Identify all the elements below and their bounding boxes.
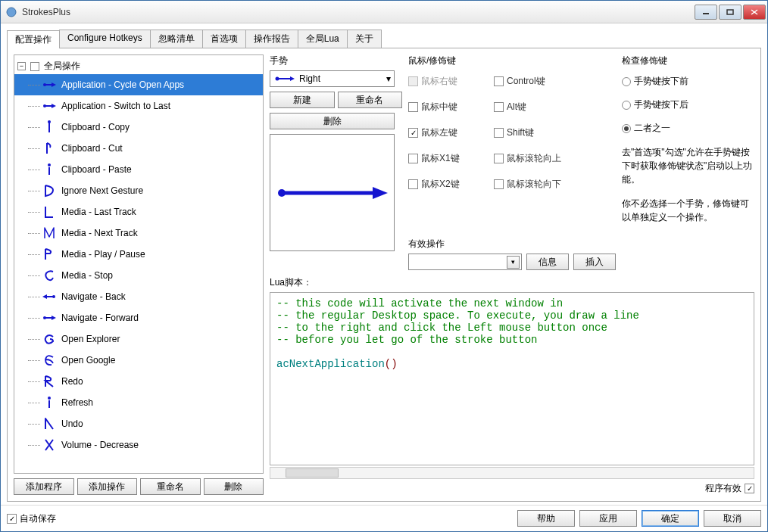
svg-marker-27: [373, 187, 388, 199]
tree-item[interactable]: Media - Last Track: [14, 201, 263, 222]
gesture-icon: [42, 416, 57, 431]
tree-item-label: Clipboard - Cut: [61, 143, 260, 154]
tree-collapse-icon[interactable]: −: [17, 62, 26, 70]
help-text-1: 去"首选项"勾选"允许在手势键按下时获取修饰键状态"启动以上功能。: [622, 145, 754, 186]
gesture-new-button[interactable]: 新建: [270, 92, 335, 108]
tab-about[interactable]: 关于: [347, 30, 382, 48]
tree-item[interactable]: Ignore Next Gesture: [14, 180, 263, 201]
gesture-icon: [42, 289, 57, 304]
gesture-delete-button[interactable]: 删除: [270, 113, 395, 129]
apply-button[interactable]: 应用: [579, 510, 637, 527]
tree-item[interactable]: Media - Stop: [14, 265, 263, 286]
svg-point-11: [48, 120, 51, 123]
tree-item[interactable]: Application - Cycle Open Apps: [14, 74, 263, 95]
tree-item[interactable]: Media - Next Track: [14, 222, 263, 244]
mouse-title: 鼠标/修饰键: [408, 54, 616, 67]
help-button[interactable]: 帮助: [517, 510, 575, 527]
gesture-icon: [42, 162, 57, 177]
tree-item[interactable]: Media - Play / Pause: [14, 244, 263, 265]
tree-item-label: Application - Switch to Last: [61, 101, 260, 111]
tab-action-report[interactable]: 操作报告: [245, 30, 298, 48]
delete-button[interactable]: 删除: [204, 478, 264, 495]
svg-point-12: [48, 163, 51, 166]
tab-config-actions[interactable]: 配置操作: [7, 30, 60, 48]
gesture-rename-button[interactable]: 重命名: [338, 92, 403, 108]
checkbox-shift[interactable]: Shift键: [494, 126, 561, 139]
gesture-icon: [42, 183, 57, 198]
tab-ignore-list[interactable]: 忽略清单: [150, 30, 203, 48]
tree-item[interactable]: Undo: [14, 413, 263, 434]
tree-item[interactable]: Clipboard - Cut: [14, 138, 263, 159]
add-app-button[interactable]: 添加程序: [14, 478, 74, 495]
gesture-select[interactable]: Right ▾: [270, 70, 395, 87]
tree-item-label: Clipboard - Paste: [61, 164, 260, 175]
checkbox-wheel-down[interactable]: 鼠标滚轮向下: [494, 178, 561, 191]
checkbox-mouse-middle[interactable]: 鼠标中键: [408, 101, 488, 114]
gesture-icon: [42, 141, 57, 156]
svg-marker-16: [42, 294, 47, 299]
radio-either[interactable]: 二者之一: [622, 122, 754, 135]
svg-marker-24: [290, 76, 295, 81]
svg-rect-2: [727, 10, 733, 14]
program-valid-label: 程序有效: [705, 482, 741, 495]
tree-item-label: Volume - Decrease: [61, 440, 260, 450]
program-valid-checkbox[interactable]: ✓: [745, 484, 754, 493]
autosave-label: 自动保存: [20, 512, 56, 525]
checkbox-alt[interactable]: Alt键: [494, 101, 561, 114]
close-button[interactable]: [743, 5, 766, 20]
tree-root-label: 全局操作: [44, 60, 80, 73]
checkbox-mouse-x2[interactable]: 鼠标X2键: [408, 178, 488, 191]
autosave-checkbox[interactable]: ✓: [7, 514, 17, 524]
svg-point-0: [7, 8, 16, 17]
tree-item[interactable]: Navigate - Back: [14, 286, 263, 307]
lua-editor[interactable]: -- this code will activate the next wind…: [270, 292, 754, 465]
cancel-button[interactable]: 取消: [704, 510, 761, 527]
tree-item[interactable]: Redo: [14, 371, 263, 392]
window-title: StrokesPlus: [22, 7, 70, 17]
tree-item-label: Navigate - Forward: [61, 313, 260, 323]
radio-after-stroke[interactable]: 手势键按下后: [622, 98, 754, 111]
maximize-button[interactable]: [719, 5, 741, 20]
checkbox-control[interactable]: Control键: [494, 75, 561, 88]
checkbox-mouse-left[interactable]: ✓鼠标左键: [408, 126, 488, 139]
svg-marker-19: [52, 316, 56, 320]
tree-item-label: Undo: [61, 418, 260, 429]
tree-item[interactable]: Clipboard - Paste: [14, 159, 263, 180]
checkbox-mouse-right: 鼠标右键: [408, 75, 488, 88]
tab-global-lua[interactable]: 全局Lua: [298, 30, 348, 48]
right-arrow-icon: [275, 76, 295, 82]
tree-item[interactable]: Application - Switch to Last: [14, 95, 263, 117]
checkbox-mouse-x1[interactable]: 鼠标X1键: [408, 152, 488, 165]
gesture-icon: [42, 204, 57, 219]
radio-before-stroke[interactable]: 手势键按下前: [622, 75, 754, 88]
tree-item[interactable]: Navigate - Forward: [14, 307, 263, 328]
ok-button[interactable]: 确定: [642, 510, 699, 527]
gesture-icon: [42, 331, 57, 347]
add-action-button[interactable]: 添加操作: [77, 478, 138, 495]
insert-button[interactable]: 插入: [573, 254, 616, 270]
gesture-icon: [42, 310, 57, 325]
chevron-down-icon: ▾: [386, 73, 391, 84]
checkbox-wheel-up[interactable]: 鼠标滚轮向上: [494, 152, 561, 165]
minimize-button[interactable]: [695, 5, 717, 20]
tree-item[interactable]: Volume - Decrease: [14, 434, 263, 456]
tree-item[interactable]: Open Explorer: [14, 328, 263, 350]
tree-item[interactable]: Refresh: [14, 392, 263, 413]
tree-item[interactable]: Open Google: [14, 350, 263, 371]
tree-item-label: Media - Next Track: [61, 228, 260, 238]
rename-button[interactable]: 重命名: [140, 478, 201, 495]
tree-item[interactable]: Clipboard - Copy: [14, 117, 263, 138]
tab-bar: 配置操作 Configure Hotkeys 忽略清单 首选项 操作报告 全局L…: [7, 30, 761, 48]
action-select[interactable]: ▾: [408, 254, 522, 270]
action-tree[interactable]: − 全局操作 Application - Cycle Open AppsAppl…: [14, 54, 264, 474]
help-text-2: 你不必选择一个手势，修饰键可以单独定义一个操作。: [622, 197, 754, 224]
tab-configure-hotkeys[interactable]: Configure Hotkeys: [59, 30, 151, 48]
gesture-icon: [42, 77, 57, 92]
gesture-preview: [270, 134, 395, 251]
tree-item-label: Media - Stop: [61, 270, 260, 281]
info-button[interactable]: 信息: [526, 254, 569, 270]
horizontal-scrollbar[interactable]: [270, 467, 754, 479]
check-mod-title: 检查修饰键: [622, 54, 754, 67]
svg-point-20: [48, 397, 51, 400]
tab-preferences[interactable]: 首选项: [202, 30, 246, 48]
